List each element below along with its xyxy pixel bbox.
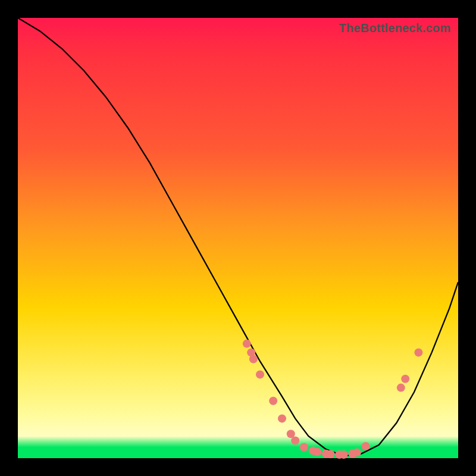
scatter-dot [313,448,321,456]
scatter-points [243,340,423,459]
scatter-dot [269,397,277,405]
scatter-dot [249,355,258,364]
scatter-dot [401,375,409,383]
scatter-dot [326,450,334,458]
scatter-dot [291,436,299,444]
chart-svg [18,18,458,458]
scatter-dot [397,384,405,392]
scatter-dot [362,442,370,450]
scatter-dot [414,348,422,356]
scatter-dot [300,443,308,452]
chart-stage: TheBottleneck.com [0,0,476,476]
scatter-dot [340,450,348,459]
scatter-dot [243,340,251,348]
scatter-dot [256,370,264,378]
scatter-dot [353,448,361,456]
scatter-dot [278,414,286,422]
plot-area: TheBottleneck.com [18,18,458,458]
bottleneck-curve [18,18,458,456]
